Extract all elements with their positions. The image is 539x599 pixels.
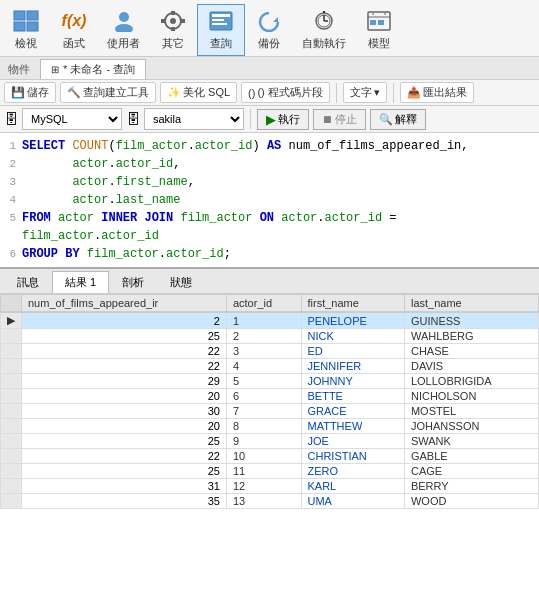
toolbar-backup[interactable]: 備份 [245,4,293,56]
cell-id: 10 [226,449,301,464]
table-row[interactable]: 3112KARLBERRY [1,479,539,494]
cell-first-name: JOHNNY [301,374,404,389]
cell-id: 9 [226,434,301,449]
tabbar-label: 物件 [4,60,34,79]
table-row[interactable]: 223EDCHASE [1,344,539,359]
separator3 [250,109,251,129]
query-builder-button[interactable]: 🔨 查詢建立工具 [60,82,156,103]
svg-rect-0 [14,11,25,20]
query-tab[interactable]: ⊞ * 未命名 - 查詢 [40,59,146,79]
table-row[interactable]: 3513UMAWOOD [1,494,539,509]
tab-label: * 未命名 - 查詢 [63,62,135,77]
svg-rect-3 [27,22,38,31]
tab-status[interactable]: 狀態 [157,271,205,293]
results-table: num_of_films_appeared_ir actor_id first_… [0,294,539,509]
explain-button[interactable]: 🔍 解釋 [370,109,426,130]
table-row[interactable]: 224JENNIFERDAVIS [1,359,539,374]
svg-rect-24 [370,20,376,25]
query-builder-icon: 🔨 [67,86,81,99]
col-id[interactable]: actor_id [226,295,301,313]
cell-first-name: JENNIFER [301,359,404,374]
code-line-1: 1 SELECT COUNT(film_actor.actor_id) AS n… [2,137,537,155]
toolbar-model[interactable]: 模型 [355,4,403,56]
beautify-button[interactable]: ✨ 美化 SQL [160,82,237,103]
cell-last-name: CAGE [404,464,538,479]
row-marker [1,389,22,404]
user-icon [110,7,138,35]
col-last[interactable]: last_name [404,295,538,313]
svg-rect-25 [378,20,384,25]
toolbar-view[interactable]: 檢視 [2,4,50,56]
svg-rect-15 [212,23,227,25]
cell-last-name: SWANK [404,434,538,449]
cell-id: 11 [226,464,301,479]
svg-point-4 [119,12,129,22]
svg-rect-13 [212,14,230,17]
stop-button[interactable]: ⏹ 停止 [313,109,366,130]
code-line-5: 5 FROM actor INNER JOIN film_actor ON ac… [2,209,537,245]
schema-selector[interactable]: sakila [144,108,244,130]
fx-icon: f(x) [60,7,88,35]
dropdown-icon: ▾ [374,86,380,99]
cell-last-name: JOHANSSON [404,419,538,434]
toolbar-user[interactable]: 使用者 [98,4,149,56]
autorun-icon [310,7,338,35]
cell-last-name: LOLLOBRIGIDA [404,374,538,389]
col-count[interactable]: num_of_films_appeared_ir [22,295,227,313]
tab-db-icon: ⊞ [51,64,59,75]
svg-rect-14 [212,19,224,21]
text-button[interactable]: 文字 ▾ [343,82,387,103]
toolbar-autorun-label: 自動執行 [302,36,346,51]
table-row[interactable]: 307GRACEMOSTEL [1,404,539,419]
col-marker [1,295,22,313]
cell-first-name: MATTHEW [301,419,404,434]
export-button[interactable]: 📤 匯出結果 [400,82,474,103]
cell-first-name: BETTE [301,389,404,404]
table-row[interactable]: 295JOHNNYLOLLOBRIGIDA [1,374,539,389]
col-first[interactable]: first_name [301,295,404,313]
toolbar-fx[interactable]: f(x) 函式 [50,4,98,56]
svg-rect-2 [14,22,25,31]
svg-marker-16 [273,17,278,22]
svg-rect-11 [181,19,185,23]
db-selector[interactable]: MySQL [22,108,122,130]
table-row[interactable]: 252NICKWAHLBERG [1,329,539,344]
cell-id: 1 [226,312,301,329]
app-window: 檢視 f(x) 函式 使用者 [0,0,539,599]
table-row[interactable]: ▶21PENELOPEGUINESS [1,312,539,329]
beautify-icon: ✨ [167,86,181,99]
table-row[interactable]: 206BETTENICHOLSON [1,389,539,404]
toolbar-other-label: 其它 [162,36,184,51]
cell-last-name: DAVIS [404,359,538,374]
toolbar-user-label: 使用者 [107,36,140,51]
main-toolbar: 檢視 f(x) 函式 使用者 [0,0,539,57]
code-editor[interactable]: 1 SELECT COUNT(film_actor.actor_id) AS n… [0,133,539,269]
toolbar-query[interactable]: 查詢 [197,4,245,56]
cell-last-name: GABLE [404,449,538,464]
tab-profile[interactable]: 剖析 [109,271,157,293]
cell-id: 2 [226,329,301,344]
cell-last-name: WOOD [404,494,538,509]
code-line-6: 6 GROUP BY film_actor.actor_id; [2,245,537,263]
cell-first-name: CHRISTIAN [301,449,404,464]
db-icon: 🗄 [4,111,18,127]
cell-id: 7 [226,404,301,419]
tab-messages[interactable]: 訊息 [4,271,52,293]
save-button[interactable]: 💾 儲存 [4,82,56,103]
table-row[interactable]: 2511ZEROCAGE [1,464,539,479]
results-area[interactable]: num_of_films_appeared_ir actor_id first_… [0,294,539,599]
table-row[interactable]: 208MATTHEWJOHANSSON [1,419,539,434]
tab-result1[interactable]: 結果 1 [52,271,109,293]
table-row[interactable]: 2210CHRISTIANGABLE [1,449,539,464]
table-row[interactable]: 259JOESWANK [1,434,539,449]
snippet-icon: () [248,87,255,99]
play-icon: ▶ [266,112,276,127]
snippet-button[interactable]: () () 程式碼片段 [241,82,330,103]
save-icon: 💾 [11,86,25,99]
run-button[interactable]: ▶ 執行 [257,109,309,130]
row-marker [1,329,22,344]
row-marker [1,434,22,449]
code-line-3: 3 actor.first_name, [2,173,537,191]
toolbar-autorun[interactable]: 自動執行 [293,4,355,56]
toolbar-other[interactable]: 其它 [149,4,197,56]
